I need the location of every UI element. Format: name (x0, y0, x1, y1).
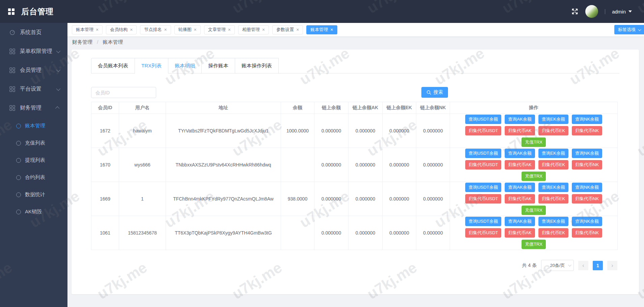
query-balance-button[interactable]: 查询AK余额 (505, 217, 535, 226)
collect-token-button[interactable]: 归集代币EK (538, 126, 568, 135)
panel-tab[interactable]: 账本明细 (168, 58, 202, 73)
query-balance-button[interactable]: 查询NK余额 (572, 217, 602, 226)
query-balance-button[interactable]: 查询NK余额 (572, 183, 602, 192)
close-icon[interactable]: × (130, 27, 133, 32)
tag-tab-label: 会员结构 (110, 27, 128, 33)
breadcrumb-item[interactable]: 财务管理 (72, 39, 92, 45)
chevron-icon (56, 49, 61, 53)
sidebar-item[interactable]: 财务管理 (0, 98, 67, 117)
user-menu[interactable]: admin (612, 9, 632, 14)
cell-chain-ak: 0.000000 (348, 114, 383, 148)
table-row: 1670wys666TNbbxxAXSZzU9Pstv64XcRHHwkRh86… (91, 148, 618, 182)
collect-token-button[interactable]: 归集代币USDT (465, 126, 501, 135)
cell-chain-ek: 0.000000 (383, 182, 416, 216)
query-balance-button[interactable]: 查询EK余额 (538, 217, 568, 226)
search-button[interactable]: 搜索 (421, 87, 448, 98)
sidebar-item[interactable]: 系统首页 (0, 23, 67, 42)
query-balance-button[interactable]: 查询NK余额 (572, 115, 602, 124)
tagbar: 账本管理×会员结构×节点排名×轮播图×文章管理×相册管理×参数设置×账本管理× … (67, 23, 644, 36)
collect-token-button[interactable]: 归集代币USDT (465, 194, 501, 204)
tag-tab[interactable]: 账本管理× (306, 25, 337, 34)
tag-tab[interactable]: 节点排名× (140, 25, 171, 34)
collect-token-button[interactable]: 归集代币EK (538, 228, 568, 238)
query-balance-button[interactable]: 查询USDT余额 (465, 217, 501, 226)
sidebar-subitem[interactable]: 账本管理 (0, 117, 67, 134)
collect-token-button[interactable]: 归集代币USDT (465, 228, 501, 238)
panel-tab[interactable]: 账本操作列表 (235, 58, 279, 73)
search-row: 搜索 (91, 87, 619, 98)
query-balance-button[interactable]: 查询EK余额 (538, 183, 568, 192)
next-page-button[interactable]: › (607, 261, 617, 270)
close-icon[interactable]: × (194, 27, 197, 32)
tag-tab[interactable]: 相册管理× (238, 25, 269, 34)
table-row: 16691TFChBnn4mkKPFYdRy977QnZAcsmQLJm8Aw9… (91, 182, 618, 216)
collect-token-button[interactable]: 归集代币AK (505, 160, 535, 170)
collect-token-button[interactable]: 归集代币NK (572, 228, 602, 238)
circle-icon (16, 192, 21, 197)
circle-icon (16, 175, 21, 180)
tag-tab-label: 参数设置 (276, 27, 294, 33)
sidebar-subitem[interactable]: 数据统计 (0, 186, 67, 203)
tag-tab[interactable]: 会员结构× (106, 25, 137, 34)
close-icon[interactable]: × (296, 27, 299, 32)
query-balance-button[interactable]: 查询EK余额 (538, 115, 568, 124)
panel-tab[interactable]: 操作账本 (202, 58, 235, 73)
sidebar-subitem[interactable]: AK销毁 (0, 203, 67, 220)
menu-icon (9, 49, 15, 54)
query-balance-button[interactable]: 查询AK余额 (505, 115, 535, 124)
collect-token-button[interactable]: 归集代币AK (505, 194, 535, 204)
sidebar-subitem[interactable]: 提现列表 (0, 152, 67, 169)
recharge-trx-button[interactable]: 充值TRX (522, 137, 546, 147)
cell-chain-ak: 0.000000 (348, 182, 383, 216)
cell-chain-balance: 0.000000 (314, 216, 348, 250)
query-balance-button[interactable]: 查询AK余额 (505, 149, 535, 158)
fullscreen-icon[interactable] (571, 8, 579, 15)
avatar[interactable] (585, 5, 598, 18)
collect-token-button[interactable]: 归集代币NK (572, 160, 602, 170)
recharge-trx-button[interactable]: 充值TRX (522, 240, 546, 249)
menu-icon (9, 86, 15, 92)
query-balance-button[interactable]: 查询USDT余额 (465, 115, 501, 124)
collect-token-button[interactable]: 归集代币NK (572, 194, 602, 204)
panel-tab[interactable]: 会员账本列表 (91, 58, 135, 73)
tag-tab[interactable]: 轮播图× (174, 25, 201, 34)
tag-tab[interactable]: 参数设置× (272, 25, 303, 34)
query-balance-button[interactable]: 查询USDT余额 (465, 149, 501, 158)
sidebar-subitem[interactable]: 合约列表 (0, 169, 67, 186)
chevron-down-icon (568, 263, 571, 267)
apps-grid-icon[interactable] (8, 8, 15, 15)
tag-options-button[interactable]: 标签选项 (614, 25, 644, 34)
close-icon[interactable]: × (262, 27, 265, 32)
sidebar-item[interactable]: 平台设置 (0, 80, 67, 98)
query-balance-button[interactable]: 查询EK余额 (538, 149, 568, 158)
column-header: 操作 (450, 102, 618, 114)
page-number-button[interactable]: 1 (593, 261, 603, 270)
tag-tab[interactable]: 文章管理× (204, 25, 235, 34)
close-icon[interactable]: × (96, 27, 99, 32)
query-balance-button[interactable]: 查询USDT余额 (465, 183, 501, 192)
recharge-trx-button[interactable]: 充值TRX (522, 172, 546, 181)
collect-token-button[interactable]: 归集代币EK (538, 160, 568, 170)
close-icon[interactable]: × (228, 27, 231, 32)
query-balance-button[interactable]: 查询AK余额 (505, 183, 535, 192)
collect-token-button[interactable]: 归集代币NK (572, 126, 602, 135)
sidebar-item[interactable]: 菜单权限管理 (0, 42, 67, 61)
panel-tab[interactable]: TRX列表 (135, 58, 168, 73)
tag-tab[interactable]: 账本管理× (72, 25, 103, 34)
close-icon[interactable]: × (330, 27, 333, 32)
member-id-input[interactable] (91, 87, 156, 98)
close-icon[interactable]: × (164, 27, 167, 32)
collect-token-button[interactable]: 归集代币EK (538, 194, 568, 204)
collect-token-button[interactable]: 归集代币AK (505, 228, 535, 238)
sidebar-subitem[interactable]: 充值列表 (0, 134, 67, 152)
topbar: 后台管理 admin (0, 0, 644, 23)
query-balance-button[interactable]: 查询NK余额 (572, 149, 602, 158)
collect-token-button[interactable]: 归集代币AK (505, 126, 535, 135)
collect-token-button[interactable]: 归集代币USDT (465, 160, 501, 170)
table-row: 1672hawaiymTYrVatbs2fFzTQkFBDMTgLwGd5JcX… (91, 114, 618, 148)
recharge-trx-button[interactable]: 充值TRX (522, 206, 546, 215)
page-size-select[interactable]: 20条/页 (541, 260, 574, 271)
prev-page-button[interactable]: ‹ (578, 261, 588, 270)
sidebar-item[interactable]: 会员管理 (0, 61, 67, 80)
table-body: 1672hawaiymTYrVatbs2fFzTQkFBDMTgLwGd5JcX… (91, 114, 618, 250)
